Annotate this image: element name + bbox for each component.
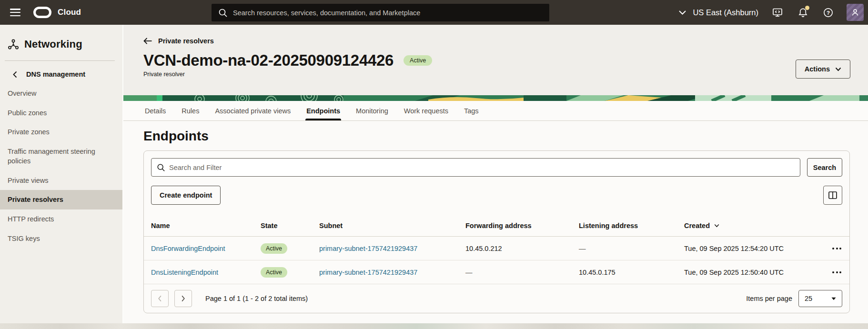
forwarding-address-value: 10.45.0.212 xyxy=(465,245,579,252)
endpoint-name-link[interactable]: DnsListeningEndpoint xyxy=(151,269,261,276)
endpoint-name-link[interactable]: DnsForwardingEndpoint xyxy=(151,245,261,252)
sidebar-item-private-resolvers[interactable]: Private resolvers xyxy=(0,190,122,209)
chevron-down-icon xyxy=(835,67,841,71)
breadcrumb-label: Private resolvers xyxy=(158,37,214,45)
tab-details[interactable]: Details xyxy=(145,101,166,120)
notifications-bell-icon[interactable] xyxy=(797,6,809,19)
chevron-left-icon xyxy=(158,295,162,302)
sidebar-item-http-redirects[interactable]: HTTP redirects xyxy=(0,209,122,229)
tabbar: Details Rules Associated private views E… xyxy=(123,101,868,121)
main-area: Private resolvers VCN-demo-na-02-2025090… xyxy=(123,25,868,323)
notification-dot xyxy=(805,6,809,10)
col-created-sort[interactable]: Created xyxy=(684,222,812,229)
status-badge: Active xyxy=(404,55,432,66)
col-forwarding-address: Forwarding address xyxy=(465,222,579,229)
sidebar-item-private-views[interactable]: Private views xyxy=(0,171,122,190)
networking-icon xyxy=(8,39,19,50)
endpoints-section: Endpoints Search Create endpoint xyxy=(123,121,868,323)
sidebar: Networking DNS management Overview Publi… xyxy=(0,25,123,323)
tab-associated-private-views[interactable]: Associated private views xyxy=(215,101,291,120)
cloud-shell-icon[interactable] xyxy=(771,6,784,19)
state-badge: Active xyxy=(261,267,287,278)
chevron-right-icon xyxy=(181,295,185,302)
search-icon xyxy=(157,163,165,172)
topbar: Cloud US East (Ashburn) ? xyxy=(0,0,868,25)
table-row: DnsForwardingEndpoint Active primary-sub… xyxy=(144,237,849,260)
menu-icon[interactable] xyxy=(10,9,20,16)
user-avatar[interactable] xyxy=(847,4,864,21)
sidebar-title: Networking xyxy=(0,38,122,50)
tab-work-requests[interactable]: Work requests xyxy=(404,101,448,120)
tab-tags[interactable]: Tags xyxy=(464,101,479,120)
section-heading: Endpoints xyxy=(143,129,868,144)
global-search[interactable] xyxy=(212,4,549,21)
search-icon xyxy=(218,8,228,18)
tab-endpoints[interactable]: Endpoints xyxy=(306,101,340,120)
created-value: Tue, 09 Sep 2025 12:54:20 UTC xyxy=(684,245,812,252)
col-listening-address: Listening address xyxy=(579,222,684,229)
sidebar-title-label: Networking xyxy=(24,38,82,50)
global-search-input[interactable] xyxy=(233,9,528,17)
help-icon[interactable]: ? xyxy=(822,6,834,19)
decorative-banner xyxy=(123,95,868,101)
decorative-footer-strip xyxy=(0,323,868,329)
items-per-page-select[interactable]: 25 xyxy=(798,290,842,307)
region-label: US East (Ashburn) xyxy=(693,8,758,17)
forwarding-address-value: — xyxy=(465,269,579,276)
filter-input[interactable] xyxy=(151,158,800,177)
region-selector[interactable]: US East (Ashburn) xyxy=(678,8,758,17)
actions-button[interactable]: Actions xyxy=(796,60,850,79)
row-actions-menu-icon[interactable] xyxy=(831,269,842,275)
table-header-row: Name State Subnet Forwarding address Lis… xyxy=(144,215,849,237)
title-row: VCN-demo-na-02-20250909124426 Active xyxy=(143,50,868,70)
items-per-page-value: 25 xyxy=(805,295,812,302)
row-actions-menu-icon[interactable] xyxy=(831,246,842,251)
page-title: VCN-demo-na-02-20250909124426 xyxy=(143,50,394,70)
filter-input-wrap xyxy=(151,158,800,177)
subnet-link[interactable]: primary-subnet-1757421929437 xyxy=(319,245,465,252)
chevron-down-icon xyxy=(678,10,686,15)
next-page-button[interactable] xyxy=(174,290,192,307)
topbar-actions: US East (Ashburn) ? xyxy=(678,0,864,25)
columns-icon xyxy=(828,191,837,199)
items-per-page-label: Items per page xyxy=(746,295,792,302)
back-arrow-icon xyxy=(143,38,152,44)
actions-button-label: Actions xyxy=(805,65,830,73)
sidebar-item-traffic-management[interactable]: Traffic management steering policies xyxy=(0,142,122,171)
dropdown-triangle-icon xyxy=(831,297,836,300)
subnet-link[interactable]: primary-subnet-1757421929437 xyxy=(319,269,465,276)
sort-descending-icon xyxy=(714,224,719,228)
sidebar-item-tsig-keys[interactable]: TSIG keys xyxy=(0,229,122,249)
brand[interactable]: Cloud xyxy=(33,7,81,18)
oracle-logo-icon xyxy=(33,7,51,18)
table-row: DnsListeningEndpoint Active primary-subn… xyxy=(144,260,849,284)
endpoints-card: Search Create endpoint Name State Subnet… xyxy=(143,150,850,313)
col-state: State xyxy=(261,222,319,229)
pagination: Page 1 of 1 (1 - 2 of 2 total items) Ite… xyxy=(144,284,849,313)
create-endpoint-button[interactable]: Create endpoint xyxy=(151,186,221,205)
tab-monitoring[interactable]: Monitoring xyxy=(356,101,388,120)
search-button[interactable]: Search xyxy=(807,158,842,177)
column-settings-button[interactable] xyxy=(823,186,842,205)
brand-label: Cloud xyxy=(58,8,81,17)
created-value: Tue, 09 Sep 2025 12:50:40 UTC xyxy=(684,269,812,276)
person-icon xyxy=(851,8,859,17)
tab-rules[interactable]: Rules xyxy=(182,101,199,120)
sidebar-back-dns-management[interactable]: DNS management xyxy=(0,70,122,78)
endpoints-table: Name State Subnet Forwarding address Lis… xyxy=(144,215,849,284)
listening-address-value: 10.45.0.175 xyxy=(579,269,684,276)
chevron-left-icon xyxy=(13,71,17,78)
sidebar-item-private-zones[interactable]: Private zones xyxy=(0,122,122,142)
toolbar-row: Create endpoint xyxy=(151,186,842,205)
sidebar-divider xyxy=(5,60,115,61)
svg-text:?: ? xyxy=(826,10,829,15)
breadcrumb[interactable]: Private resolvers xyxy=(143,37,214,45)
col-name: Name xyxy=(151,222,261,229)
sidebar-item-public-zones[interactable]: Public zones xyxy=(0,103,122,123)
listening-address-value: — xyxy=(579,245,684,252)
page-header: Private resolvers VCN-demo-na-02-2025090… xyxy=(123,25,868,95)
col-subnet: Subnet xyxy=(319,222,465,229)
sidebar-item-overview[interactable]: Overview xyxy=(0,84,122,103)
state-badge: Active xyxy=(261,243,287,254)
previous-page-button[interactable] xyxy=(151,290,169,307)
